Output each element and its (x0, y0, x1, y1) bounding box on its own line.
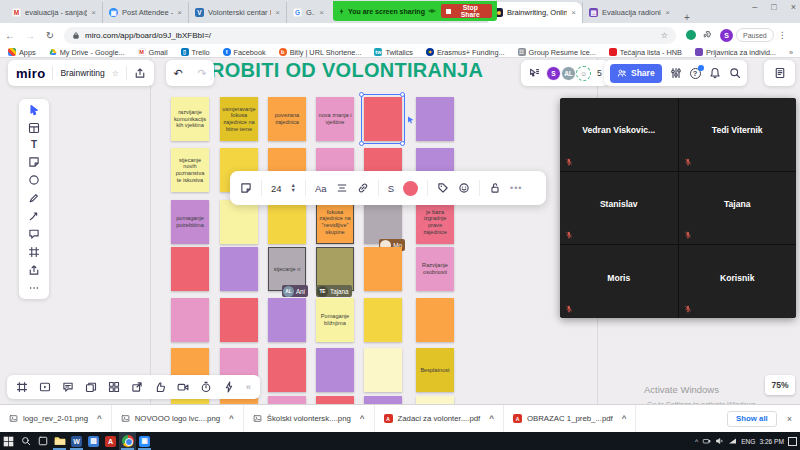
link-icon[interactable] (357, 182, 369, 194)
taskbar-chrome-icon[interactable] (119, 432, 136, 450)
sticky-note[interactable] (416, 298, 454, 342)
shapes-tool-icon[interactable] (28, 174, 40, 186)
sticky-note[interactable]: je baza izgradnje prave zajednice (416, 200, 454, 244)
pen-tool-icon[interactable] (28, 192, 40, 204)
action-center-icon[interactable] (788, 437, 797, 446)
sticky-note[interactable]: fokusa zajednice na "nevidljive" skupine (316, 200, 354, 244)
font-size-value[interactable]: 24 (271, 183, 282, 194)
sticky-note[interactable] (416, 97, 454, 141)
redo-icon[interactable]: ↷ (197, 67, 206, 80)
sticky-note[interactable]: usmjeravanje fokusa zajednice na bitne t… (220, 97, 258, 141)
download-menu-icon[interactable]: ^ (489, 414, 494, 423)
sticky-note[interactable] (220, 298, 258, 342)
taskbar-task-view-icon[interactable] (34, 432, 51, 450)
bookmark-7[interactable]: ✦Erasmus+ Funding... (426, 48, 505, 57)
battery-icon[interactable] (702, 437, 711, 445)
bell-icon[interactable] (709, 67, 721, 79)
zoom-level-badge[interactable]: 75% (765, 375, 795, 395)
text-align-icon[interactable] (336, 182, 348, 194)
bookmark-3[interactable]: ▯Trello (181, 48, 210, 57)
video-chat-icon[interactable] (177, 381, 189, 393)
tag-icon[interactable] (437, 182, 449, 194)
cursor-tracking-icon[interactable] (528, 67, 540, 79)
sticky-note[interactable]: Besplatnost (416, 348, 454, 392)
share-button[interactable]: Share (610, 64, 662, 83)
layout-grid-icon[interactable] (108, 381, 120, 393)
bookmark-1[interactable]: My Drive - Google... (49, 48, 125, 57)
sticky-note[interactable]: Pomaganje bližnjima (316, 298, 354, 342)
export-icon[interactable] (131, 381, 143, 393)
back-icon[interactable]: ← (0, 30, 20, 41)
selection-handle[interactable] (400, 141, 405, 146)
sticky-note[interactable] (171, 298, 209, 342)
text-style-button[interactable]: Aa (315, 183, 327, 194)
refresh-icon[interactable]: ↻ (40, 30, 60, 41)
download-item-2[interactable]: Školski volontersk....png^ (244, 405, 375, 433)
close-tab-icon[interactable]: × (319, 8, 324, 17)
download-menu-icon[interactable]: ^ (97, 414, 102, 423)
selection-handle[interactable] (400, 92, 405, 97)
collapse-icon[interactable]: « (246, 382, 251, 392)
energy-icon[interactable] (223, 381, 235, 393)
download-item-4[interactable]: AOBRAZAC 1_preb_...pdf^ (504, 405, 636, 433)
sticky-note[interactable]: pomaganje potrebitima (171, 200, 209, 244)
bookmark-5[interactable]: bBitly | URL Shortene... (279, 48, 362, 57)
sticky-note[interactable]: TETajana (316, 247, 354, 291)
bookmark-0[interactable]: Apps (8, 48, 36, 57)
tray-expand-icon[interactable]: ^ (695, 438, 698, 445)
browser-tab-3[interactable]: GG...× (286, 2, 330, 23)
text-tool-icon[interactable]: T (31, 140, 37, 150)
sticky-note[interactable]: razvijanje komunikacijskih vještina (171, 97, 209, 141)
avatar[interactable]: AL (561, 66, 576, 81)
address-bar[interactable]: miro.com/app/board/o9J_lbXFBbI=/ ☆ (64, 27, 676, 44)
frames-panel-icon[interactable] (16, 381, 28, 393)
sticky-note[interactable] (416, 396, 454, 404)
close-tab-icon[interactable]: × (275, 8, 280, 17)
connector-tool-icon[interactable] (28, 210, 40, 222)
taskbar-start-icon[interactable] (0, 432, 17, 450)
taskbar-tb-search-icon[interactable] (17, 432, 34, 450)
board-name[interactable]: Brainwriting (60, 68, 104, 78)
sticky-note[interactable]: nova znanja i vještine (316, 97, 354, 141)
sticky-note[interactable] (364, 247, 402, 291)
upload-tool-icon[interactable] (28, 264, 40, 276)
extensions-puzzle-icon[interactable] (703, 30, 713, 40)
close-tab-icon[interactable]: × (571, 8, 576, 17)
sticky-note[interactable] (268, 200, 306, 244)
browser-tab-4[interactable]: Brainwriting, Online W...× (488, 2, 582, 23)
selection-handle[interactable] (359, 141, 364, 146)
taskbar-word-icon[interactable]: W (68, 432, 85, 450)
bookmark-2[interactable]: MGmail (138, 48, 168, 57)
sticky-note[interactable] (364, 396, 402, 404)
undo-icon[interactable]: ↶ (173, 67, 182, 80)
bookmark-10[interactable]: Prijavnica za individ... (695, 48, 776, 57)
miro-canvas[interactable]: ROBITI OD VOLONTIRANJA razvijanje komuni… (0, 58, 800, 404)
close-tab-icon[interactable]: × (665, 8, 670, 17)
sticky-note[interactable]: Učenje (316, 396, 354, 404)
browser-tab-2[interactable]: VVolonterski centar Istr...× (188, 2, 286, 23)
browser-menu-icon[interactable]: ⋮ (778, 30, 787, 40)
sticky-note[interactable]: Razvijanje osobnosti (416, 247, 454, 291)
taskbar-acrobat-icon[interactable]: A (102, 432, 119, 450)
export-board-icon[interactable] (134, 67, 146, 79)
network-icon[interactable] (728, 437, 737, 445)
frame-tool-icon[interactable] (28, 246, 40, 258)
sticky-note[interactable] (364, 348, 402, 392)
sticky-note[interactable] (316, 348, 354, 392)
sticky-note[interactable] (171, 247, 209, 291)
download-item-3[interactable]: AZadaci za volonter....pdf^ (375, 405, 504, 433)
new-tab-button[interactable]: + (684, 12, 690, 23)
forward-icon[interactable]: → (20, 30, 40, 41)
settings-sliders-icon[interactable] (670, 67, 682, 79)
download-menu-icon[interactable]: ^ (229, 414, 234, 423)
browser-tab-1[interactable]: ▣Post Attendee - Zoom× (102, 2, 188, 23)
download-menu-icon[interactable]: ^ (360, 414, 365, 423)
sticky-note[interactable] (364, 298, 402, 342)
avatar[interactable]: S (546, 66, 561, 81)
taskbar-mail-app-icon[interactable]: ▤ (85, 432, 102, 450)
favorite-star-icon[interactable]: ☆ (112, 69, 119, 78)
sync-paused-badge[interactable]: Paused (736, 28, 774, 42)
sticky-note[interactable] (268, 396, 306, 404)
taskbar-file-explorer-icon[interactable] (51, 432, 68, 450)
extension-icon[interactable] (686, 30, 696, 40)
